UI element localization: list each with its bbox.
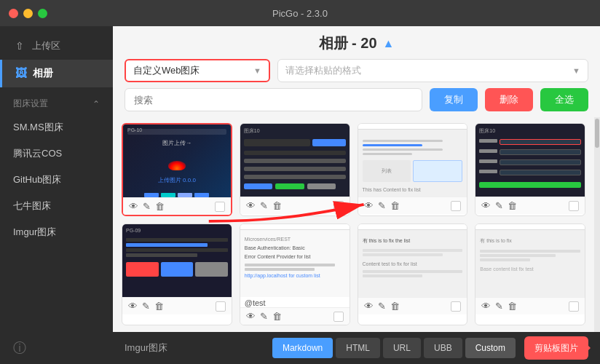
image-card-8[interactable]: 有 this is to fix Base content list fix t… xyxy=(475,223,585,325)
image-card-1[interactable]: PG-10 图片上传→ 上传图片 0.0.0 xyxy=(122,123,232,216)
edit-icon-5[interactable]: ✎ xyxy=(142,301,150,312)
image-thumb-8: 有 this is to fix Base content list fix t… xyxy=(475,224,585,297)
delete-icon-5[interactable]: 🗑 xyxy=(154,301,164,312)
minimize-button[interactable] xyxy=(23,9,33,18)
image-actions-1: 👁 ✎ 🗑 xyxy=(123,197,231,215)
delete-icon-1[interactable]: 🗑 xyxy=(155,201,165,212)
edit-icon-7[interactable]: ✎ xyxy=(378,301,386,312)
view-icon-3[interactable]: 👁 xyxy=(364,200,374,211)
clipboard-button[interactable]: 剪贴板图片 xyxy=(524,336,588,360)
grid-wrapper: PG-10 图片上传→ 上传图片 0.0.0 xyxy=(113,117,600,332)
scrollbar[interactable] xyxy=(594,117,600,332)
host-chevron-icon: ▼ xyxy=(253,66,261,75)
chevron-up-icon: ⌃ xyxy=(92,99,100,109)
image-actions-2: 👁 ✎ 🗑 xyxy=(240,197,350,214)
edit-icon-2[interactable]: ✎ xyxy=(260,200,268,211)
main-layout: ⇧ 上传区 🖼 相册 图床设置 ⌃ SM.MS图床 腾讯云COS GitHub图… xyxy=(0,26,600,364)
content-header: 相册 - 20 ▲ 自定义Web图床 ▼ 请选择粘贴的格式 ▼ 复制 删除 全 xyxy=(113,26,600,117)
sidebar-item-smms[interactable]: SM.MS图床 xyxy=(0,114,113,141)
format-btn-markdown[interactable]: Markdown xyxy=(272,338,333,358)
sidebar-item-tencent[interactable]: 腾讯云COS xyxy=(0,141,113,167)
host-selector-value: 自定义Web图床 xyxy=(133,64,253,77)
host-selector[interactable]: 自定义Web图床 ▼ xyxy=(125,59,270,82)
settings-label: 图床设置 xyxy=(13,98,48,110)
image-card-5[interactable]: PG-09 xyxy=(122,223,232,325)
edit-icon-3[interactable]: ✎ xyxy=(378,200,386,211)
delete-icon-3[interactable]: 🗑 xyxy=(390,200,400,211)
checkbox-7[interactable] xyxy=(451,301,461,312)
sidebar-item-github[interactable]: GitHub图床 xyxy=(0,167,113,193)
image-thumb-1: PG-10 图片上传→ 上传图片 0.0.0 xyxy=(123,124,231,197)
image-actions-3: 👁 ✎ 🗑 xyxy=(358,197,467,214)
format-buttons: Markdown HTML URL UBB Custom 剪贴板图片 xyxy=(272,336,588,360)
checkbox-6[interactable] xyxy=(333,312,344,322)
image-card-7[interactable]: 有 this is to fix the list Content test t… xyxy=(358,223,468,325)
image-thumb-6: Microservices/REST Base Authentication: … xyxy=(240,224,350,297)
view-icon-5[interactable]: 👁 xyxy=(128,301,138,312)
format-btn-url[interactable]: URL xyxy=(383,338,421,358)
image-thumb-4: 图床10 xyxy=(475,124,585,197)
image-card-2[interactable]: 图床10 xyxy=(240,123,350,216)
checkbox-8[interactable] xyxy=(569,301,579,312)
checkbox-1[interactable] xyxy=(215,202,225,212)
image-card-6[interactable]: Microservices/REST Base Authentication: … xyxy=(240,223,350,325)
delete-icon-2[interactable]: 🗑 xyxy=(272,200,282,211)
upload-icon: ⇧ xyxy=(13,39,26,52)
edit-icon-6[interactable]: ✎ xyxy=(260,311,268,322)
format-btn-ubb[interactable]: UBB xyxy=(424,338,462,358)
format-btn-html[interactable]: HTML xyxy=(336,338,380,358)
checkbox-5[interactable] xyxy=(216,301,226,312)
delete-button[interactable]: 删除 xyxy=(485,88,533,111)
delete-icon-6[interactable]: 🗑 xyxy=(272,311,282,322)
delete-icon-8[interactable]: 🗑 xyxy=(508,301,517,312)
edit-icon-4[interactable]: ✎ xyxy=(495,200,503,211)
image-actions-6: 👁 ✎ 🗑 xyxy=(240,307,350,325)
edit-icon-8[interactable]: ✎ xyxy=(495,301,503,312)
sidebar-item-upload[interactable]: ⇧ 上传区 xyxy=(0,32,113,60)
sidebar-section-settings: 图床设置 ⌃ xyxy=(0,87,113,114)
copy-button[interactable]: 复制 xyxy=(430,88,478,111)
page-title-row: 相册 - 20 ▲ xyxy=(125,33,588,53)
info-icon[interactable]: ⓘ xyxy=(0,332,113,364)
image-actions-4: 👁 ✎ 🗑 xyxy=(475,197,585,214)
album-label: 相册 xyxy=(33,67,53,80)
album-icon: 🖼 xyxy=(15,67,27,80)
view-icon-2[interactable]: 👁 xyxy=(246,200,256,211)
page-title: 相册 - 20 xyxy=(319,33,377,53)
scrollbar-thumb xyxy=(595,119,599,148)
sidebar: ⇧ 上传区 🖼 相册 图床设置 ⌃ SM.MS图床 腾讯云COS GitHub图… xyxy=(0,26,113,364)
actions-row: 复制 删除 全选 xyxy=(125,88,588,111)
selectall-button[interactable]: 全选 xyxy=(540,88,588,111)
maximize-button[interactable] xyxy=(38,9,47,18)
bottom-host-label: Imgur图床 xyxy=(125,341,167,355)
content-area: 相册 - 20 ▲ 自定义Web图床 ▼ 请选择粘贴的格式 ▼ 复制 删除 全 xyxy=(113,26,600,364)
card-label-6: @test xyxy=(240,297,350,307)
view-icon-8[interactable]: 👁 xyxy=(481,301,491,312)
format-btn-custom[interactable]: Custom xyxy=(465,338,516,358)
close-button[interactable] xyxy=(9,9,18,18)
checkbox-2[interactable] xyxy=(333,201,344,211)
image-card-4[interactable]: 图床10 xyxy=(475,123,585,216)
sidebar-item-album[interactable]: 🖼 相册 xyxy=(0,60,113,87)
search-input[interactable] xyxy=(125,88,422,111)
image-actions-8: 👁 ✎ 🗑 xyxy=(475,297,585,314)
bottom-bar: Imgur图床 Markdown HTML URL UBB Custom 剪贴板… xyxy=(113,332,600,364)
format-selector[interactable]: 请选择粘贴的格式 ▼ xyxy=(277,59,588,82)
view-icon-7[interactable]: 👁 xyxy=(364,301,374,312)
upload-label: 上传区 xyxy=(32,39,60,52)
toolbar-row: 自定义Web图床 ▼ 请选择粘贴的格式 ▼ xyxy=(125,59,588,82)
delete-icon-4[interactable]: 🗑 xyxy=(508,200,517,211)
image-card-3[interactable]: 列表 This has Content to fix list 👁 ✎ 🗑 xyxy=(358,123,468,216)
view-icon-4[interactable]: 👁 xyxy=(481,200,491,211)
app-title: PicGo - 2.3.0 xyxy=(272,8,328,19)
view-icon-1[interactable]: 👁 xyxy=(129,201,138,212)
checkbox-4[interactable] xyxy=(569,201,579,211)
view-icon-6[interactable]: 👁 xyxy=(246,311,256,322)
sidebar-item-imgur[interactable]: Imgur图床 xyxy=(0,219,113,245)
delete-icon-7[interactable]: 🗑 xyxy=(390,301,400,312)
edit-icon-1[interactable]: ✎ xyxy=(143,201,151,212)
sidebar-item-qiniu[interactable]: 七牛图床 xyxy=(0,193,113,219)
sort-arrow-icon[interactable]: ▲ xyxy=(383,37,395,50)
checkbox-3[interactable] xyxy=(451,201,461,211)
image-grid: PG-10 图片上传→ 上传图片 0.0.0 xyxy=(113,117,594,332)
